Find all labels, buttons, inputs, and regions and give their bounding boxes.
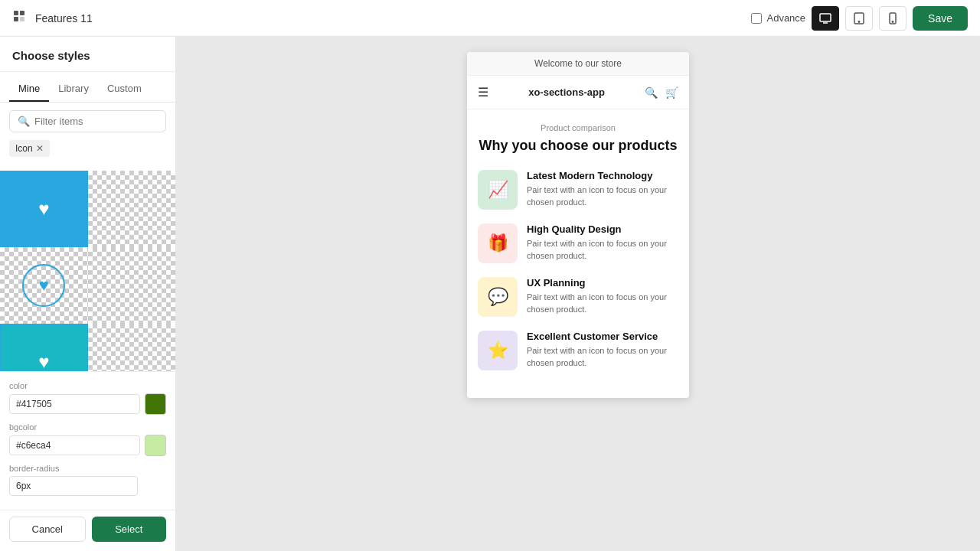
border-radius-field-row: border-radius xyxy=(9,464,166,496)
search-input[interactable] xyxy=(34,116,158,127)
border-radius-label: border-radius xyxy=(9,464,166,473)
style-row-1: ♥ xyxy=(0,171,175,247)
feature-text-1: High Quality Design Pair text with an ic… xyxy=(527,223,678,262)
tab-library[interactable]: Library xyxy=(49,78,98,102)
style-cell-2[interactable] xyxy=(88,171,176,247)
feature-title-1: High Quality Design xyxy=(527,223,678,235)
feature-body-1: Pair text with an icon to focus on your … xyxy=(527,238,678,262)
filter-tag-remove[interactable]: ✕ xyxy=(36,143,44,154)
page-title: Features 11 xyxy=(35,12,93,24)
preview-content: Product comparison Why you choose our pr… xyxy=(467,109,689,398)
store-banner: Welcome to our store xyxy=(467,52,689,76)
bgcolor-input-row xyxy=(9,435,166,456)
tablet-view-button[interactable] xyxy=(845,6,873,31)
bgcolor-field-row: bgcolor xyxy=(9,422,166,456)
panel-tabs: Mine Library Custom xyxy=(0,72,175,103)
topbar-right: Advance Save xyxy=(751,6,968,31)
advance-area: Advance xyxy=(751,12,805,24)
svg-rect-3 xyxy=(20,17,24,21)
feature-item-3: ⭐ Excellent Customer Service Pair text w… xyxy=(478,331,678,370)
svg-rect-4 xyxy=(820,14,831,21)
bgcolor-input[interactable] xyxy=(9,435,140,455)
store-name: xo-sections-app xyxy=(528,86,605,98)
svg-rect-1 xyxy=(14,17,18,21)
main-content: Choose styles Mine Library Custom 🔍 Icon… xyxy=(0,37,980,551)
color-label: color xyxy=(9,381,166,390)
left-panel: Choose styles Mine Library Custom 🔍 Icon… xyxy=(0,37,176,551)
feature-text-0: Latest Modern Technology Pair text with … xyxy=(527,170,678,208)
heart-icon-1: ♥ xyxy=(38,198,49,220)
comparison-title: Why you choose our products xyxy=(478,137,678,155)
color-input[interactable] xyxy=(9,394,140,414)
color-field-row: color xyxy=(9,381,166,415)
topbar: Features 11 Advance Save xyxy=(0,0,980,37)
style-cell-4[interactable] xyxy=(88,247,176,324)
filter-tag-label: Icon xyxy=(15,143,33,154)
svg-point-7 xyxy=(858,21,859,21)
panel-title: Choose styles xyxy=(0,37,175,72)
heart-circle-outline: ♥ xyxy=(22,264,65,307)
feature-body-3: Pair text with an icon to focus on your … xyxy=(527,345,678,369)
feature-icon-3: ⭐ xyxy=(478,331,518,370)
feature-body-0: Pair text with an icon to focus on your … xyxy=(527,184,678,208)
style-cell-5[interactable]: ♥ ✏️ ✓ xyxy=(0,324,88,371)
color-input-row xyxy=(9,393,166,415)
svg-rect-2 xyxy=(20,11,24,15)
style-grid: ♥ ♥ xyxy=(0,165,175,371)
desktop-view-button[interactable] xyxy=(812,6,839,31)
feature-title-2: UX Planning xyxy=(527,277,678,289)
feature-icon-2: 💬 xyxy=(478,277,518,317)
cancel-button[interactable]: Cancel xyxy=(9,517,86,542)
advance-checkbox[interactable] xyxy=(751,13,762,24)
select-button[interactable]: Select xyxy=(92,517,167,542)
filter-tag: Icon ✕ xyxy=(9,140,50,157)
feature-icon-1: 🎁 xyxy=(478,223,518,263)
advance-label: Advance xyxy=(766,12,805,24)
feature-item-2: 💬 UX Planning Pair text with an icon to … xyxy=(478,277,678,317)
feature-item-0: 📈 Latest Modern Technology Pair text wit… xyxy=(478,170,678,210)
feature-text-3: Excellent Customer Service Pair text wit… xyxy=(527,331,678,369)
feature-title-3: Excellent Customer Service xyxy=(527,331,678,342)
feature-item-1: 🎁 High Quality Design Pair text with an … xyxy=(478,223,678,263)
cart-nav-icon[interactable]: 🛒 xyxy=(665,86,678,99)
store-nav-icons: 🔍 🛒 xyxy=(645,86,678,99)
color-swatch[interactable] xyxy=(145,393,166,415)
style-cell-1[interactable]: ♥ xyxy=(0,171,88,247)
style-cell-3[interactable]: ♥ xyxy=(0,247,88,324)
search-bar: 🔍 xyxy=(9,110,166,132)
style-row-3: ♥ ✏️ ✓ xyxy=(0,324,175,371)
hamburger-icon[interactable]: ☰ xyxy=(478,85,488,99)
bgcolor-swatch[interactable] xyxy=(145,435,166,456)
feature-text-2: UX Planning Pair text with an icon to fo… xyxy=(527,277,678,315)
feature-icon-0: 📈 xyxy=(478,170,518,210)
svg-point-9 xyxy=(892,21,893,21)
heart-icon-3: ♥ xyxy=(38,351,49,371)
feature-body-2: Pair text with an icon to focus on your … xyxy=(527,292,678,315)
tab-custom[interactable]: Custom xyxy=(98,78,151,102)
save-button[interactable]: Save xyxy=(913,6,968,31)
topbar-left: Features 11 xyxy=(12,9,93,27)
style-row-2: ♥ xyxy=(0,247,175,324)
color-fields: color bgcolor border-radius xyxy=(0,371,175,510)
preview-frame: Welcome to our store ☰ xo-sections-app 🔍… xyxy=(467,52,689,398)
mobile-view-button[interactable] xyxy=(879,6,906,31)
tab-mine[interactable]: Mine xyxy=(9,78,49,102)
svg-rect-0 xyxy=(14,11,18,15)
feature-list: 📈 Latest Modern Technology Pair text wit… xyxy=(478,170,678,370)
search-icon: 🔍 xyxy=(18,116,30,127)
bgcolor-label: bgcolor xyxy=(9,422,166,432)
store-nav: ☰ xo-sections-app 🔍 🛒 xyxy=(467,76,689,109)
bottom-buttons: Cancel Select xyxy=(0,510,175,551)
style-cell-6[interactable] xyxy=(88,324,176,371)
canvas-area: Welcome to our store ☰ xo-sections-app 🔍… xyxy=(176,37,980,551)
feature-title-0: Latest Modern Technology xyxy=(527,170,678,181)
comparison-label: Product comparison xyxy=(478,123,678,132)
search-nav-icon[interactable]: 🔍 xyxy=(645,86,658,99)
border-radius-input[interactable] xyxy=(9,476,138,496)
back-button[interactable] xyxy=(12,9,26,27)
